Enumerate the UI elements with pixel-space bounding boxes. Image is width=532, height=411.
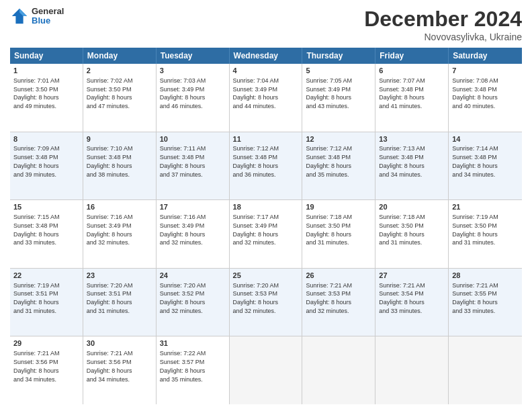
weekday-sunday: Sunday xyxy=(10,48,83,64)
table-row: 14Sunrise: 7:14 AM Sunset: 3:48 PM Dayli… xyxy=(449,132,522,200)
day-info: Sunrise: 7:13 AM Sunset: 3:48 PM Dayligh… xyxy=(379,145,425,177)
table-row: 26Sunrise: 7:21 AM Sunset: 3:53 PM Dayli… xyxy=(302,269,375,336)
day-number: 27 xyxy=(379,271,445,281)
day-info: Sunrise: 7:09 AM Sunset: 3:48 PM Dayligh… xyxy=(13,145,60,177)
table-row xyxy=(375,336,449,404)
day-info: Sunrise: 7:12 AM Sunset: 3:48 PM Dayligh… xyxy=(306,145,352,177)
day-info: Sunrise: 7:05 AM Sunset: 3:49 PM Dayligh… xyxy=(306,77,352,109)
day-number: 15 xyxy=(13,202,79,212)
calendar: Sunday Monday Tuesday Wednesday Thursday… xyxy=(10,48,522,404)
day-info: Sunrise: 7:15 AM Sunset: 3:48 PM Dayligh… xyxy=(13,214,60,246)
day-number: 17 xyxy=(160,202,226,212)
day-number: 10 xyxy=(160,134,226,144)
day-number: 9 xyxy=(87,134,152,144)
day-info: Sunrise: 7:19 AM Sunset: 3:51 PM Dayligh… xyxy=(13,282,60,314)
day-number: 18 xyxy=(233,202,299,212)
day-info: Sunrise: 7:21 AM Sunset: 3:54 PM Dayligh… xyxy=(379,282,425,314)
table-row: 8Sunrise: 7:09 AM Sunset: 3:48 PM Daylig… xyxy=(10,132,83,200)
day-info: Sunrise: 7:21 AM Sunset: 3:55 PM Dayligh… xyxy=(452,282,498,314)
table-row: 10Sunrise: 7:11 AM Sunset: 3:48 PM Dayli… xyxy=(157,132,230,200)
table-row: 11Sunrise: 7:12 AM Sunset: 3:48 PM Dayli… xyxy=(230,132,303,200)
day-info: Sunrise: 7:18 AM Sunset: 3:50 PM Dayligh… xyxy=(306,214,352,246)
day-info: Sunrise: 7:10 AM Sunset: 3:48 PM Dayligh… xyxy=(87,145,133,177)
weekday-thursday: Thursday xyxy=(302,48,375,64)
table-row: 1Sunrise: 7:01 AM Sunset: 3:50 PM Daylig… xyxy=(10,64,83,132)
logo-text: General Blue xyxy=(32,7,64,26)
day-info: Sunrise: 7:20 AM Sunset: 3:51 PM Dayligh… xyxy=(87,282,133,314)
weekday-wednesday: Wednesday xyxy=(230,48,303,64)
table-row: 23Sunrise: 7:20 AM Sunset: 3:51 PM Dayli… xyxy=(83,269,157,336)
day-info: Sunrise: 7:16 AM Sunset: 3:49 PM Dayligh… xyxy=(160,214,206,246)
day-info: Sunrise: 7:03 AM Sunset: 3:49 PM Dayligh… xyxy=(160,77,206,109)
day-number: 3 xyxy=(160,66,226,76)
table-row: 25Sunrise: 7:20 AM Sunset: 3:53 PM Dayli… xyxy=(230,269,303,336)
table-row: 16Sunrise: 7:16 AM Sunset: 3:49 PM Dayli… xyxy=(83,200,157,268)
weekday-friday: Friday xyxy=(375,48,449,64)
title-block: December 2024 Novovasylivka, Ukraine xyxy=(364,7,522,42)
header: General Blue December 2024 Novovasylivka… xyxy=(10,7,522,42)
day-info: Sunrise: 7:14 AM Sunset: 3:48 PM Dayligh… xyxy=(452,145,498,177)
day-info: Sunrise: 7:21 AM Sunset: 3:56 PM Dayligh… xyxy=(87,350,133,382)
table-row: 4Sunrise: 7:04 AM Sunset: 3:49 PM Daylig… xyxy=(230,64,303,132)
day-info: Sunrise: 7:17 AM Sunset: 3:49 PM Dayligh… xyxy=(233,214,279,246)
table-row: 7Sunrise: 7:08 AM Sunset: 3:48 PM Daylig… xyxy=(449,64,522,132)
day-number: 5 xyxy=(306,66,371,76)
day-number: 1 xyxy=(13,66,79,76)
day-info: Sunrise: 7:12 AM Sunset: 3:48 PM Dayligh… xyxy=(233,145,279,177)
table-row: 21Sunrise: 7:19 AM Sunset: 3:50 PM Dayli… xyxy=(449,200,522,268)
day-info: Sunrise: 7:20 AM Sunset: 3:52 PM Dayligh… xyxy=(160,282,206,314)
calendar-row-1: 1Sunrise: 7:01 AM Sunset: 3:50 PM Daylig… xyxy=(10,64,522,132)
table-row xyxy=(302,336,375,404)
day-number: 16 xyxy=(87,202,152,212)
day-info: Sunrise: 7:07 AM Sunset: 3:48 PM Dayligh… xyxy=(379,77,425,109)
month-title: December 2024 xyxy=(364,7,522,32)
table-row: 24Sunrise: 7:20 AM Sunset: 3:52 PM Dayli… xyxy=(157,269,230,336)
day-number: 11 xyxy=(233,134,299,144)
day-number: 12 xyxy=(306,134,371,144)
day-number: 22 xyxy=(13,271,79,281)
table-row: 6Sunrise: 7:07 AM Sunset: 3:48 PM Daylig… xyxy=(375,64,449,132)
day-number: 31 xyxy=(160,338,226,349)
table-row: 13Sunrise: 7:13 AM Sunset: 3:48 PM Dayli… xyxy=(375,132,449,200)
day-info: Sunrise: 7:04 AM Sunset: 3:49 PM Dayligh… xyxy=(233,77,279,109)
table-row: 31Sunrise: 7:22 AM Sunset: 3:57 PM Dayli… xyxy=(157,336,230,404)
logo: General Blue xyxy=(10,7,64,26)
table-row: 2Sunrise: 7:02 AM Sunset: 3:50 PM Daylig… xyxy=(83,64,157,132)
weekday-monday: Monday xyxy=(83,48,157,64)
table-row: 18Sunrise: 7:17 AM Sunset: 3:49 PM Dayli… xyxy=(230,200,303,268)
logo-general-text: General xyxy=(32,7,64,16)
day-number: 28 xyxy=(452,271,519,281)
day-number: 24 xyxy=(160,271,226,281)
day-number: 29 xyxy=(13,338,79,349)
page: General Blue December 2024 Novovasylivka… xyxy=(0,0,532,411)
calendar-row-4: 22Sunrise: 7:19 AM Sunset: 3:51 PM Dayli… xyxy=(10,269,522,337)
table-row: 12Sunrise: 7:12 AM Sunset: 3:48 PM Dayli… xyxy=(302,132,375,200)
day-number: 8 xyxy=(13,134,79,144)
table-row xyxy=(449,336,522,404)
day-number: 13 xyxy=(379,134,445,144)
table-row: 22Sunrise: 7:19 AM Sunset: 3:51 PM Dayli… xyxy=(10,269,83,336)
logo-blue-text: Blue xyxy=(32,16,64,26)
table-row xyxy=(230,336,303,404)
table-row: 30Sunrise: 7:21 AM Sunset: 3:56 PM Dayli… xyxy=(83,336,157,404)
table-row: 9Sunrise: 7:10 AM Sunset: 3:48 PM Daylig… xyxy=(83,132,157,200)
day-number: 2 xyxy=(87,66,152,76)
day-info: Sunrise: 7:22 AM Sunset: 3:57 PM Dayligh… xyxy=(160,350,206,382)
day-number: 23 xyxy=(87,271,152,281)
table-row: 20Sunrise: 7:18 AM Sunset: 3:50 PM Dayli… xyxy=(375,200,449,268)
calendar-header: Sunday Monday Tuesday Wednesday Thursday… xyxy=(10,48,522,64)
day-number: 6 xyxy=(379,66,445,76)
calendar-row-5: 29Sunrise: 7:21 AM Sunset: 3:56 PM Dayli… xyxy=(10,336,522,404)
table-row: 27Sunrise: 7:21 AM Sunset: 3:54 PM Dayli… xyxy=(375,269,449,336)
day-number: 4 xyxy=(233,66,299,76)
table-row: 19Sunrise: 7:18 AM Sunset: 3:50 PM Dayli… xyxy=(302,200,375,268)
table-row: 28Sunrise: 7:21 AM Sunset: 3:55 PM Dayli… xyxy=(449,269,522,336)
day-info: Sunrise: 7:11 AM Sunset: 3:48 PM Dayligh… xyxy=(160,145,206,177)
day-number: 14 xyxy=(452,134,519,144)
day-number: 25 xyxy=(233,271,299,281)
day-number: 30 xyxy=(87,338,152,349)
table-row: 17Sunrise: 7:16 AM Sunset: 3:49 PM Dayli… xyxy=(157,200,230,268)
table-row: 5Sunrise: 7:05 AM Sunset: 3:49 PM Daylig… xyxy=(302,64,375,132)
day-info: Sunrise: 7:01 AM Sunset: 3:50 PM Dayligh… xyxy=(13,77,60,109)
day-number: 26 xyxy=(306,271,371,281)
